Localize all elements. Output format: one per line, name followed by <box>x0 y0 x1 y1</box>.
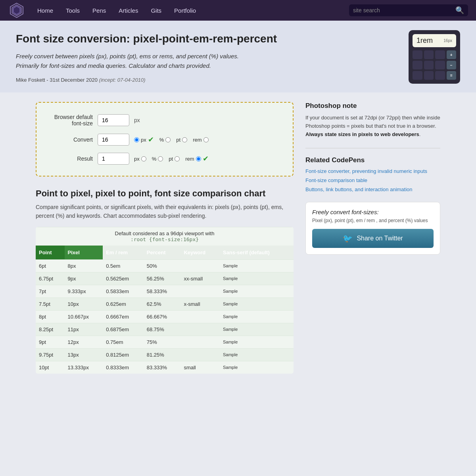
result-pt-radio[interactable] <box>175 156 180 161</box>
codepen-link-0[interactable]: Font-size converter, preventing invalid … <box>305 168 440 174</box>
table-cell: 50% <box>144 259 181 272</box>
table-cell: 68.75% <box>144 323 181 336</box>
result-px-text: px <box>134 156 140 162</box>
table-cell: 8.25pt <box>36 323 65 336</box>
default-label: Browser default font-size <box>49 114 93 127</box>
default-value-input[interactable] <box>98 114 129 126</box>
table-cell <box>180 285 220 298</box>
calc-btn-8[interactable] <box>424 71 434 80</box>
table-header-row: Default considered as a 96dpi viewport w… <box>36 227 294 246</box>
unit-px-label[interactable]: px ✔ <box>134 135 154 144</box>
unit-rem-label[interactable]: rem <box>193 137 208 143</box>
unit-pt-label[interactable]: pt <box>176 137 187 143</box>
unit-px-radio[interactable] <box>134 137 139 142</box>
calc-btn-equals[interactable]: = <box>447 71 457 80</box>
search-input[interactable] <box>353 7 453 13</box>
chart-section-desc: Compare significant points, or significa… <box>36 203 294 221</box>
table-cell <box>180 348 220 361</box>
svg-marker-2 <box>13 6 20 14</box>
unit-rem-radio[interactable] <box>203 137 209 142</box>
codepen-link-1[interactable]: Font-size comparison table <box>305 177 440 183</box>
result-rem-radio[interactable] <box>196 156 201 161</box>
result-input[interactable] <box>98 153 129 165</box>
codepen-link-2[interactable]: Buttons, link buttons, and interaction a… <box>305 186 440 192</box>
table-cell: 8px <box>65 259 103 272</box>
nav-articles[interactable]: Articles <box>113 5 144 16</box>
search-button[interactable]: 🔍 <box>455 6 464 15</box>
nav-pens[interactable]: Pens <box>87 5 111 16</box>
nav-portfolio[interactable]: Portfolio <box>169 5 202 16</box>
calc-btn-3[interactable] <box>435 50 445 59</box>
table-cell: 9px <box>65 272 103 285</box>
nav-tools[interactable]: Tools <box>60 5 85 16</box>
result-label: Result <box>49 155 93 162</box>
calc-display: 1rem 16px <box>413 34 456 47</box>
result-percent-label[interactable]: % <box>152 156 163 162</box>
twitter-share-button[interactable]: 🐦 Share on Twitter <box>312 229 434 248</box>
calc-btn-7[interactable] <box>413 71 422 80</box>
result-px-radio[interactable] <box>141 156 146 161</box>
header-area: Font size conversion: pixel-point-em-rem… <box>0 21 476 92</box>
default-fontsize-row: Browser default font-size px <box>49 114 280 127</box>
table-cell: 10pt <box>36 361 65 374</box>
calc-btn-6[interactable] <box>435 61 445 69</box>
table-cell: 13px <box>65 348 103 361</box>
table-cell: 75% <box>144 336 181 348</box>
table-cell: x-small <box>180 298 220 310</box>
table-cell: Sample <box>220 336 294 348</box>
unit-percent-radio[interactable] <box>165 137 171 142</box>
table-cell <box>180 323 220 336</box>
unit-pt-text: pt <box>176 137 180 143</box>
table-cell <box>180 336 220 348</box>
table-cell: Sample <box>220 323 294 336</box>
nav-home[interactable]: Home <box>32 5 59 16</box>
calc-btn-5[interactable] <box>424 61 434 69</box>
header-meta: Mike Foskett - 31st December 2020 (incep… <box>16 77 460 83</box>
table-row: 7pt9.333px0.5833em58.333%Sample <box>36 285 294 298</box>
calculator-widget: 1rem 16px + − = <box>409 30 460 84</box>
site-logo[interactable] <box>8 2 25 19</box>
result-px-label[interactable]: px <box>134 156 146 162</box>
twitter-card-desc: Pixel (px), point (pt), em / rem , and p… <box>312 218 434 223</box>
table-row: 10pt13.333px0.8333em83.333%smallSample <box>36 361 294 374</box>
unit-rem-text: rem <box>193 137 202 143</box>
result-row: Result px % pt rem <box>49 153 280 165</box>
result-percent-radio[interactable] <box>158 156 163 161</box>
calc-btn-2[interactable] <box>424 50 434 59</box>
table-row: 8pt10.667px0.6667em66.667%Sample <box>36 310 294 323</box>
nav-gits[interactable]: Gits <box>145 5 167 16</box>
table-row: 7.5pt10px0.625em62.5%x-smallSample <box>36 298 294 310</box>
result-percent-text: % <box>152 156 157 162</box>
photoshop-section: Photoshop note If your document is set a… <box>305 102 440 138</box>
table-cell: small <box>180 361 220 374</box>
column-headers: Point Pixel Em / rem Percent Keyword San… <box>36 246 294 260</box>
table-row: 8.25pt11px0.6875em68.75%Sample <box>36 323 294 336</box>
publish-date: 31st December 2020 <box>50 77 98 83</box>
nav-links: Home Tools Pens Articles Gits Portfolio <box>32 5 349 16</box>
table-cell: Sample <box>220 310 294 323</box>
twitter-bird-icon: 🐦 <box>343 234 353 243</box>
convert-input[interactable] <box>98 134 129 146</box>
calc-btn-plus[interactable]: + <box>447 50 457 59</box>
calc-btn-minus[interactable]: − <box>447 61 457 69</box>
table-cell: 11px <box>65 323 103 336</box>
table-cell: 0.5625em <box>103 272 144 285</box>
result-rem-label[interactable]: rem ✔ <box>185 154 208 163</box>
table-row: 9pt12px0.75em75%Sample <box>36 336 294 348</box>
calc-btn-4[interactable] <box>413 61 422 69</box>
caption-code: :root {font-size:16px} <box>131 236 199 242</box>
table-cell: 6pt <box>36 259 65 272</box>
codepens-section: Related CodePens Font-size converter, pr… <box>305 156 440 192</box>
check-icon: ✔ <box>148 135 154 144</box>
calc-btn-9[interactable] <box>435 71 445 80</box>
main-content: Browser default font-size px Convert px … <box>36 102 294 374</box>
author: Mike Foskett <box>16 77 45 83</box>
convert-label: Convert <box>49 136 93 143</box>
unit-percent-label[interactable]: % <box>159 137 171 143</box>
table-body: 6pt8px0.5em50%Sample6.75pt9px0.5625em56.… <box>36 259 294 374</box>
result-pt-label[interactable]: pt <box>169 156 180 162</box>
calc-btn-1[interactable] <box>413 50 422 59</box>
th-point: Point <box>36 246 65 260</box>
result-check-icon: ✔ <box>203 154 209 163</box>
unit-pt-radio[interactable] <box>182 137 187 142</box>
